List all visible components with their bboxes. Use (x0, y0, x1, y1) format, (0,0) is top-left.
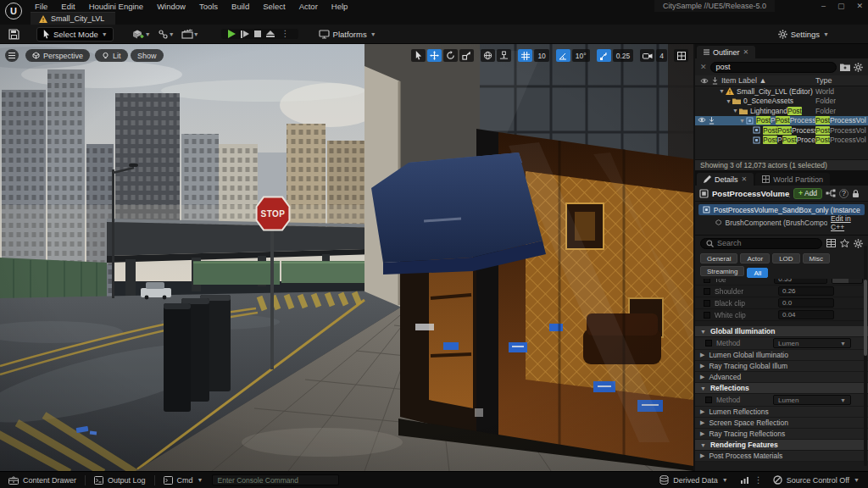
category-misc[interactable]: Misc (803, 253, 830, 263)
grid-snap-toggle[interactable] (518, 49, 532, 62)
tab-world-partition[interactable]: World Partition (755, 173, 830, 186)
source-control-button[interactable]: Source Control Off▼ (765, 475, 868, 485)
property-value[interactable]: 0.26 (778, 286, 834, 296)
favorites-star-icon[interactable] (840, 239, 849, 247)
override-checkbox[interactable] (704, 300, 710, 307)
outliner-row[interactable]: ▼Small_City_LVL (Editor)World (695, 86, 868, 97)
details-search-input[interactable]: Search (700, 238, 822, 249)
output-log-button[interactable]: Output Log (86, 472, 154, 488)
select-mode-dropdown[interactable]: Select Mode▼ (36, 27, 114, 42)
viewport-menu-button[interactable] (5, 49, 19, 62)
save-icon[interactable] (5, 27, 23, 41)
outliner-row[interactable]: ▼PostPPostProcessVolumePostProcessVolume (695, 116, 868, 126)
section-header-global-illumination[interactable]: ▼Global Illumination (695, 326, 868, 337)
collapsed-row-advanced[interactable]: ▶Advanced (695, 372, 868, 383)
step-button[interactable] (241, 30, 249, 38)
clear-search-icon[interactable]: ✕ (700, 63, 707, 71)
surface-snapping-button[interactable] (497, 49, 511, 62)
blueprints-icon[interactable]: ▼ (154, 27, 178, 41)
section-header-rendering-features[interactable]: ▼Rendering Features (695, 440, 868, 451)
property-value[interactable]: 0.0 (778, 298, 834, 308)
property-row-white-clip[interactable]: White clip0.04 (695, 309, 868, 321)
eject-button[interactable] (266, 30, 275, 37)
outliner-row[interactable]: ▼LightingandPostFolder (695, 106, 868, 116)
collapsed-row-lumen-reflections[interactable]: ▶Lumen Reflections (695, 407, 868, 418)
level-tab[interactable]: Small_City_LVL (31, 12, 115, 25)
close-icon[interactable]: ✕ (743, 48, 749, 56)
folder-plus-icon[interactable] (840, 63, 850, 71)
settings-dropdown[interactable]: Settings▼ (773, 28, 834, 41)
menu-item-actor[interactable]: Actor (293, 2, 324, 11)
display-filter-icon[interactable] (826, 239, 836, 247)
camera-speed-value[interactable]: 4 (656, 49, 667, 62)
category-lod[interactable]: LOD (772, 253, 799, 263)
menu-item-tools[interactable]: Tools (193, 2, 224, 11)
menu-item-select[interactable]: Select (257, 2, 291, 11)
cinematics-icon[interactable]: ▼ (178, 27, 203, 41)
menu-item-edit[interactable]: Edit (55, 2, 81, 11)
world-local-toggle[interactable] (481, 49, 495, 62)
override-checkbox[interactable] (704, 279, 710, 283)
tab-details[interactable]: Details✕ (697, 173, 754, 186)
collapsed-row-post-process-materials[interactable]: ▶Post Process Materials (695, 451, 868, 462)
rotation-snap-toggle[interactable] (556, 49, 570, 62)
override-checkbox[interactable] (704, 312, 710, 319)
category-actor[interactable]: Actor (740, 253, 770, 263)
method-dropdown[interactable]: Lumen▼ (773, 395, 851, 405)
method-row[interactable]: MethodLumen▼ (695, 337, 868, 350)
property-value[interactable]: 0.55 (774, 279, 826, 284)
play-button[interactable] (228, 30, 236, 38)
move-tool-button[interactable] (427, 49, 442, 62)
menu-item-window[interactable]: Window (151, 2, 192, 11)
outliner-settings-gear-icon[interactable] (854, 63, 863, 72)
details-scrollbar[interactable] (864, 246, 867, 466)
property-value[interactable]: 0.04 (778, 310, 834, 319)
collapsed-row-lumen-global-illuminatio[interactable]: ▶Lumen Global Illuminatio (695, 350, 868, 361)
lit-dropdown[interactable]: Lit (95, 49, 128, 62)
stop-button[interactable] (254, 30, 261, 37)
close-button[interactable]: ✕ (856, 2, 863, 10)
outliner-search-input[interactable]: post (710, 62, 837, 73)
node-graph-icon[interactable] (826, 189, 836, 197)
status-kebab-icon[interactable]: ⋮ (753, 476, 765, 485)
category-streaming[interactable]: Streaming (700, 266, 744, 276)
outliner-row[interactable]: PostPostProcessVolumePostProcessVolume (695, 125, 868, 136)
rotate-tool-button[interactable] (443, 49, 458, 62)
add-actor-icon[interactable]: ▼ (129, 27, 154, 41)
collapsed-row-ray-tracing-reflections[interactable]: ▶Ray Tracing Reflections (695, 429, 868, 440)
tab-outliner[interactable]: Outliner✕ (697, 46, 755, 58)
property-slider[interactable] (832, 279, 863, 284)
platforms-dropdown[interactable]: Platforms▼ (314, 28, 381, 41)
override-checkbox[interactable] (705, 340, 712, 347)
override-checkbox[interactable] (704, 288, 710, 295)
section-header-reflections[interactable]: ▼Reflections (695, 383, 868, 394)
cmd-dropdown[interactable]: Cmd▼ (155, 472, 212, 488)
perspective-dropdown[interactable]: Perspective (25, 49, 90, 62)
outliner-column-header[interactable]: Item Label ▲ Type (695, 75, 868, 86)
maximize-button[interactable]: ▢ (837, 2, 845, 10)
outliner-row[interactable]: PostPPostProcessVolumePostProcessVolume (695, 136, 868, 146)
outliner-row[interactable]: ▼0_SceneAssetsFolder (695, 97, 868, 107)
collapsed-row-ray-tracing-global-illum[interactable]: ▶Ray Tracing Global Illum (695, 361, 868, 372)
add-component-button[interactable]: +Add (793, 188, 822, 199)
expander-icon[interactable]: ▼ (732, 108, 739, 114)
content-drawer-button[interactable]: Content Drawer (0, 472, 85, 488)
category-all[interactable]: All (747, 268, 768, 278)
show-dropdown[interactable]: Show (131, 49, 164, 62)
scale-tool-button[interactable] (459, 49, 474, 62)
maximize-viewport-button[interactable] (674, 49, 688, 62)
scale-snap-value[interactable]: 0.25 (613, 49, 634, 62)
property-row-black-clip[interactable]: Black clip0.0 (695, 297, 868, 309)
help-icon[interactable]: ? (839, 189, 849, 198)
derived-data-dropdown[interactable]: Derived Data▼ (651, 475, 736, 485)
performance-icon[interactable] (737, 476, 753, 485)
play-options-kebab-icon[interactable]: ⋮ (280, 30, 292, 38)
menu-item-help[interactable]: Help (326, 2, 354, 11)
collapsed-row-screen-space-reflection[interactable]: ▶Screen Space Reflection (695, 418, 868, 429)
menu-item-houdini-engine[interactable]: Houdini Engine (83, 2, 149, 11)
scale-snap-toggle[interactable] (597, 49, 611, 62)
property-row-toe[interactable]: Toe0.55 (695, 279, 868, 286)
viewport[interactable]: STOP (0, 44, 693, 471)
unreal-logo-icon[interactable]: U (5, 3, 22, 19)
lock-icon[interactable] (852, 189, 860, 198)
